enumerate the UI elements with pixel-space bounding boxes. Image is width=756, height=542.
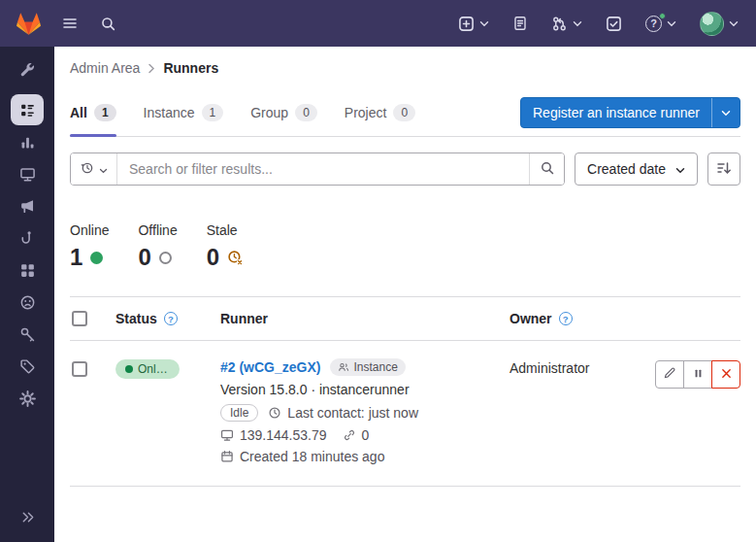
stat-online: Online 1 [70,222,109,271]
runner-row: Online #2 (wCG_zeGX) Instance Version 15… [70,341,740,487]
stale-clock-icon [227,250,244,266]
issues-icon [512,16,528,31]
runner-stats: Online 1 Offline 0 Stale 0 [54,197,756,296]
pause-runner-button[interactable] [683,360,712,389]
delete-runner-button[interactable] [711,360,740,389]
sidebar-item-abuse-reports[interactable] [11,287,44,318]
search-input[interactable] [117,153,529,185]
table-header-row: Status ? Runner Owner ? [70,297,740,341]
users-icon [338,361,349,373]
runner-version: Version 15.8.0 · instancerunner [220,382,509,397]
clock-icon [268,406,281,420]
select-row-checkbox[interactable] [72,361,87,377]
sidebar-item-admin-area[interactable] [11,54,44,85]
chevron-double-right-icon [20,510,35,525]
close-icon [720,367,733,383]
gitlab-logo-icon[interactable] [16,11,42,37]
filtered-search [70,152,565,186]
apps-grid-icon [19,262,36,279]
sidebar-item-overview[interactable] [11,94,44,125]
edit-runner-button[interactable] [655,360,684,389]
owner-help-icon[interactable]: ? [559,312,573,325]
sidebar-item-settings[interactable] [11,383,44,414]
help-dropdown[interactable]: ? [643,14,678,34]
wrench-icon [19,62,36,79]
sidebar-item-monitoring[interactable] [11,158,44,189]
created-text: Created 18 minutes ago [240,449,384,464]
last-contact-text: Last contact: just now [287,405,418,421]
overview-list-icon [19,102,36,119]
tab-project-count-badge: 0 [393,104,415,121]
new-menu-dropdown[interactable] [456,14,491,34]
key-icon [19,326,36,343]
select-all-checkbox[interactable] [72,311,87,326]
search-history-dropdown[interactable] [71,153,117,185]
chevron-down-icon [479,20,489,27]
sidebar-item-analytics[interactable] [11,126,44,157]
sidebar-item-deploy-keys[interactable] [11,319,44,350]
sort-direction-button[interactable] [707,152,740,186]
todo-check-icon [606,16,622,32]
filter-bar: Created date [54,137,756,197]
issues-button[interactable] [510,14,530,33]
tab-group[interactable]: Group 0 [250,89,317,136]
sort-by-dropdown[interactable]: Created date [575,152,698,186]
online-dot-icon [125,365,133,373]
todos-button[interactable] [604,14,624,34]
gear-icon [19,390,36,407]
chevron-down-icon [667,20,676,27]
clock-history-icon [80,160,94,178]
sidebar-item-messages[interactable] [11,190,44,221]
plus-square-icon [458,16,475,32]
hook-icon [19,230,36,247]
sidebar-expand-button[interactable] [11,501,44,532]
column-header-owner: Owner ? [509,297,655,340]
job-status-badge: Idle [220,404,258,422]
sidebar-item-applications[interactable] [11,254,44,286]
admin-sidebar [0,47,54,542]
hamburger-menu-button[interactable] [59,14,81,33]
status-help-icon[interactable]: ? [164,312,178,325]
register-instance-runner-button[interactable]: Register an instance runner [520,97,740,128]
column-header-runner: Runner [220,297,509,340]
column-header-status: Status ? [115,297,220,340]
user-menu-dropdown[interactable] [698,10,740,38]
search-button[interactable] [98,14,118,34]
main-content: Admin Area Runners All 1 Instance 1 Grou… [54,47,756,542]
breadcrumb: Admin Area Runners [54,47,756,89]
tab-instance[interactable]: Instance 1 [144,89,224,136]
tab-all[interactable]: All 1 [70,89,116,136]
tab-group-count-badge: 0 [295,104,317,121]
chart-bar-icon [19,134,36,151]
register-dropdown-toggle[interactable] [711,98,740,127]
search-submit-button[interactable] [529,153,564,185]
link-icon [343,428,356,442]
search-icon [540,160,555,179]
help-icon: ? [645,16,662,32]
runner-link[interactable]: #2 (wCG_zeGX) [220,359,320,375]
chevron-right-icon [148,63,155,74]
chevron-down-icon [675,161,685,177]
chevron-down-icon [573,20,582,27]
calendar-icon [220,450,234,463]
merge-requests-dropdown[interactable] [549,14,584,34]
sort-descending-icon [716,160,732,179]
user-avatar [700,12,724,36]
runner-tabs: All 1 Instance 1 Group 0 Project 0 Regis… [70,89,740,137]
stat-offline: Offline 0 [138,222,177,271]
monitor-small-icon [220,428,234,442]
megaphone-icon [19,198,36,215]
breadcrumb-admin-area[interactable]: Admin Area [70,60,140,76]
sad-face-icon [19,294,36,311]
merge-request-icon [551,16,568,32]
tab-project[interactable]: Project 0 [345,89,415,136]
runner-actions [655,358,740,389]
sidebar-item-labels[interactable] [11,351,44,382]
pencil-icon [663,366,676,383]
sidebar-item-system-hooks[interactable] [11,222,44,254]
tab-all-count-badge: 1 [94,104,116,121]
pause-icon [692,367,705,383]
chevron-down-icon [99,162,108,177]
linked-count: 0 [362,427,370,443]
status-badge: Online [115,359,180,379]
